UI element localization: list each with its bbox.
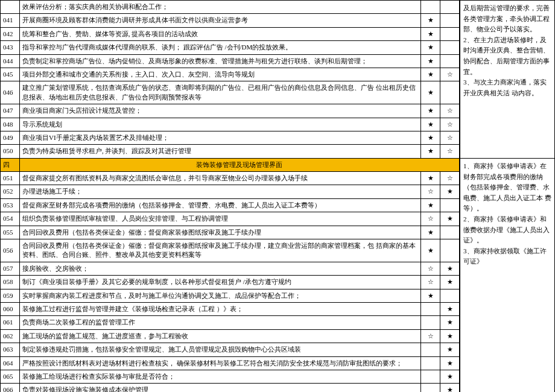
star-col-1: ☆	[421, 276, 440, 289]
star-col-2	[440, 27, 460, 40]
table-row: 043指导和掌控与广告代理商或媒体代理商的联系、谈判； 跟踪评估广告 /会刊/D…	[1, 41, 460, 54]
row-description: 项目外部交通和城市交通的关系衔接，主入口、次入口、灰空间、流导向等规划	[19, 68, 420, 81]
row-number: 048	[1, 118, 20, 131]
star-col-2: ★	[440, 302, 460, 315]
row-number: 041	[1, 14, 20, 27]
star-col-1: ★	[421, 54, 440, 68]
table-row: 065装修施工给现场进行检查实际装修与审批是否符合；★	[1, 370, 460, 383]
table-row: 058制订《商业项目装修手册》及其它必要的规章制度，以各种形式督促租赁户 /承包…	[1, 276, 460, 289]
star-col-2: ★	[440, 329, 460, 343]
row-number: 066	[1, 384, 20, 392]
table-row: 060装修施工过程进行监督与管理并建立《装修现场检查记录表（工程 ）》表；★	[1, 302, 460, 315]
row-description: 合同回收及费用（包括各类保证金）催缴；督促商家装修图纸报审及施工手续办理，建立商…	[19, 239, 420, 262]
table-row: 041开展商圈环境及顾客群体消费能力调研并形成具体书面文件以供商业运营参考★	[1, 14, 460, 27]
star-col-1: ☆	[421, 185, 440, 198]
row-number: 059	[1, 289, 20, 302]
row-number: 052	[1, 185, 20, 198]
star-col-2: ☆	[440, 118, 460, 131]
star-col-1: ★	[421, 172, 440, 185]
table-row: 055合同回收及费用（包括各类保证金）催缴；督促商家装修图纸报审及施工手续办理★	[1, 226, 460, 239]
side-note-top: 及后期营运管理的要求，完善各类管理方案，牵头协调工程部、物业公司予以落实。2、在…	[460, 1, 555, 159]
row-description: 商业项目商家门头店招设计规范及管控；	[19, 104, 420, 118]
star-col-1: ★	[421, 289, 440, 302]
table-row: 050负责为特卖场租赁寻求租户, 并谈判、跟踪及对其进行管理★☆	[1, 145, 460, 158]
star-col-2	[440, 41, 460, 54]
table-row: 066负责对装修现场设施实施装修成本保护管理★	[1, 384, 460, 392]
star-col-1: ★	[421, 81, 440, 104]
star-col-2	[440, 198, 460, 212]
star-col-1	[421, 356, 440, 370]
star-col-2	[440, 239, 460, 262]
row-number: 044	[1, 54, 20, 68]
row-number: 065	[1, 370, 20, 383]
row-description: 办理进场施工手续；	[19, 185, 420, 198]
star-col-1: ★	[421, 27, 440, 40]
star-col-2: ★	[440, 370, 460, 383]
star-col-1	[421, 370, 440, 383]
row-number: 049	[1, 131, 20, 144]
table-row: 056合同回收及费用（包括各类保证金）催缴；督促商家装修图纸报审及施工手续办理，…	[1, 239, 460, 262]
row-description: 合同回收及费用（包括各类保证金）催缴；督促商家装修图纸报审及施工手续办理	[19, 226, 420, 239]
section-number: 四	[1, 158, 20, 171]
star-col-1: ★	[421, 131, 440, 144]
star-col-1	[421, 302, 440, 315]
row-description: 导示系统规划	[19, 118, 420, 131]
row-description: 开展商圈环境及顾客群体消费能力调研并形成具体书面文件以供商业运营参考	[19, 14, 420, 27]
row-number: 053	[1, 198, 20, 212]
star-col-2: ★	[440, 343, 460, 356]
table-row: 061负责商场二次装修工程的监督管理工作★	[1, 316, 460, 329]
table-row: 044负责制定和掌控商场广告位、场内促销位、及商场形象的收费标准、管理措施并与租…	[1, 54, 460, 68]
row-number: 042	[1, 27, 20, 40]
row-number: 058	[1, 276, 20, 289]
row-description: 建立推广策划管理系统，包括查询系统广告的状态、查询即将到期的广告位、已租用广告位…	[19, 81, 420, 104]
table-row: 063制定装修违规处罚措施，包括装修安全管理规定、施工人员管理规定及损毁购物中心…	[1, 343, 460, 356]
star-col-1: ☆	[421, 329, 440, 343]
row-description: 装修施工过程进行监督与管理并建立《装修现场检查记录表（工程 ）》表；	[19, 302, 420, 315]
table-row: 051督促商家提交所有图纸资料及与商家交流图纸会审信息，并引导商家至物业公司办理…	[1, 172, 460, 185]
star-col-2: ☆	[440, 68, 460, 81]
section-header-row: 四 装饰装修管理及现场管理界面	[1, 158, 460, 171]
star-col-2: ☆	[440, 145, 460, 158]
star-col-2: ★	[440, 316, 460, 329]
row-description: 效果评估分析；落实庆典的相关协调和配合工作；	[19, 1, 420, 14]
star-col-2	[440, 226, 460, 239]
table-row: 048导示系统规划★☆	[1, 118, 460, 131]
star-col-2	[440, 289, 460, 302]
table-row: 057接房验收、交房验收；☆★	[1, 262, 460, 275]
row-number: 046	[1, 81, 20, 104]
row-number: 047	[1, 104, 20, 118]
row-description: 组织负责装修管理图纸审核管理、人员岗位安排管理、与工程协调管理	[19, 212, 420, 226]
star-col-1: ★	[421, 239, 440, 262]
table-row: 047商业项目商家门头店招设计规范及管控；★☆	[1, 104, 460, 118]
side-table: 及后期营运管理的要求，完善各类管理方案，牵头协调工程部、物业公司予以落实。2、在…	[460, 0, 555, 392]
row-description: 统筹和整合广告、赞助、媒体等资源, 提高各项目的活动成效	[19, 27, 420, 40]
star-col-2: ★	[440, 356, 460, 370]
row-number: 043	[1, 41, 20, 54]
row-number: 064	[1, 356, 20, 370]
row-description: 实时掌握商家内装工程进度和节点，及时与施工单位沟通协调交叉施工、成品保护等配合工…	[19, 289, 420, 302]
star-col-2	[440, 81, 460, 104]
star-col-2: ★	[440, 262, 460, 275]
row-description: 制订《商业项目装修手册》及其它必要的规章制度，以各种形式督促租赁户 /承包方遵守…	[19, 276, 420, 289]
table-row: 059实时掌握商家内装工程进度和节点，及时与施工单位沟通协调交叉施工、成品保护等…	[1, 289, 460, 302]
table-row: 042统筹和整合广告、赞助、媒体等资源, 提高各项目的活动成效★	[1, 27, 460, 40]
row-description: 指导和掌控与广告代理商或媒体代理商的联系、谈判； 跟踪评估广告 /会刊/DM的投…	[19, 41, 420, 54]
table-row: 效果评估分析；落实庆典的相关协调和配合工作；	[1, 1, 460, 14]
row-description: 督促商家至财务部完成各项费用的缴纳（包括装修押金、管理费、水电费、施工人员出入证…	[19, 198, 420, 212]
row-description: 接房验收、交房验收；	[19, 262, 420, 275]
row-description: 负责制定和掌控商场广告位、场内促销位、及商场形象的收费标准、管理措施并与租凭方进…	[19, 54, 420, 68]
star-col-2: ★	[440, 276, 460, 289]
row-number: 063	[1, 343, 20, 356]
star-col-1: ★	[421, 104, 440, 118]
star-col-1	[421, 316, 440, 329]
row-description: 商业项目VI手册定案及内场装置艺术及排铺处理；	[19, 131, 420, 144]
row-description: 负责对装修现场设施实施装修成本保护管理	[19, 384, 420, 392]
row-description: 装修施工给现场进行检查实际装修与审批是否符合；	[19, 370, 420, 383]
row-number: 060	[1, 302, 20, 315]
star-col-1: ★	[421, 68, 440, 81]
star-col-2: ★	[440, 384, 460, 392]
star-col-2: ★	[440, 212, 460, 226]
table-row: 049商业项目VI手册定案及内场装置艺术及排铺处理；★☆	[1, 131, 460, 144]
star-col-1: ☆	[421, 262, 440, 275]
row-number: 061	[1, 316, 20, 329]
